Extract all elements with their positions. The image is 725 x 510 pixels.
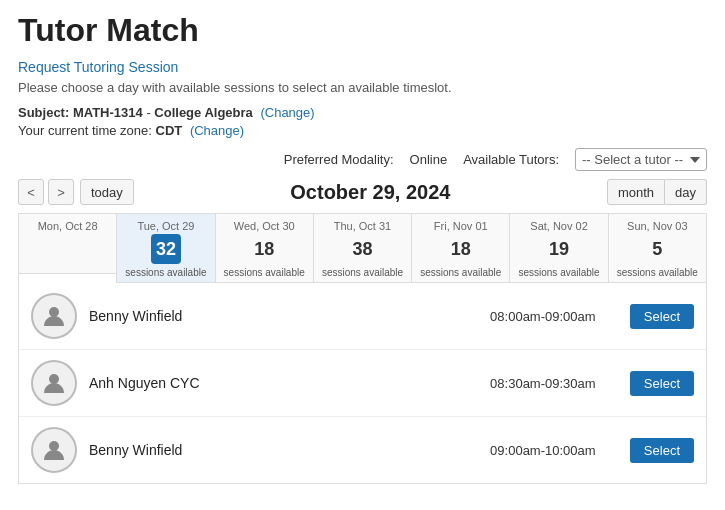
calendar-day-col[interactable]: Wed, Oct 3018sessions available [216,214,314,283]
calendar-day-col[interactable]: Sun, Nov 035sessions available [609,214,706,283]
tutor-name: Anh Nguyen CYC [89,375,456,391]
tutor-name: Benny Winfield [89,442,456,458]
day-name: Wed, Oct 30 [220,220,309,232]
calendar-day-col[interactable]: Tue, Oct 2932sessions available [117,214,215,283]
svg-point-2 [49,441,59,451]
day-view-button[interactable]: day [665,179,707,205]
tutors-label: Available Tutors: [463,152,559,167]
day-number-badge: 19 [544,234,574,264]
calendar-day-col[interactable]: Thu, Oct 3138sessions available [314,214,412,283]
sessions-list: Benny Winfield08:00am-09:00amSelect Anh … [18,283,707,484]
subject-name: College Algebra [154,105,252,120]
day-number-badge: 18 [249,234,279,264]
avatar [31,360,77,406]
calendar-date-title: October 29, 2024 [134,181,607,204]
day-name: Mon, Oct 28 [23,220,112,232]
calendar-day-col[interactable]: Fri, Nov 0118sessions available [412,214,510,283]
view-buttons: month day [607,179,707,205]
modality-value: Online [410,152,448,167]
sessions-available-label: sessions available [514,267,603,278]
subtitle: Please choose a day with available sessi… [18,80,707,95]
timezone-label: Your current time zone: [18,123,152,138]
modality-label: Preferred Modality: [284,152,394,167]
change-timezone-link[interactable]: (Change) [190,123,244,138]
tutor-name: Benny Winfield [89,308,456,324]
calendar-week: Mon, Oct 28Tue, Oct 2932sessions availab… [18,213,707,283]
day-number-badge: 32 [151,234,181,264]
calendar-day-col[interactable]: Sat, Nov 0219sessions available [510,214,608,283]
session-row: Benny Winfield09:00am-10:00amSelect [19,417,706,483]
sessions-available-label: sessions available [318,267,407,278]
sessions-available-label: sessions available [416,267,505,278]
calendar-nav-row: < > today October 29, 2024 month day [18,179,707,205]
avatar [31,427,77,473]
today-button[interactable]: today [80,179,134,205]
timezone-value: CDT [156,123,183,138]
day-name: Sat, Nov 02 [514,220,603,232]
day-number-badge: 18 [446,234,476,264]
subject-label: Subject: [18,105,69,120]
day-name: Tue, Oct 29 [121,220,210,232]
session-row: Benny Winfield08:00am-09:00amSelect [19,283,706,350]
timezone-line: Your current time zone: CDT (Change) [18,123,707,138]
avatar [31,293,77,339]
tutor-select[interactable]: -- Select a tutor -- [575,148,707,171]
subject-code: MATH-1314 [73,105,143,120]
subject-line: Subject: MATH-1314 - College Algebra (Ch… [18,105,707,120]
app-title: Tutor Match [18,12,707,49]
session-time: 08:00am-09:00am [468,309,618,324]
next-button[interactable]: > [48,179,74,205]
sessions-available-label: sessions available [613,267,702,278]
day-name: Thu, Oct 31 [318,220,407,232]
svg-point-1 [49,374,59,384]
session-row: Anh Nguyen CYC08:30am-09:30amSelect [19,350,706,417]
month-view-button[interactable]: month [607,179,665,205]
prev-button[interactable]: < [18,179,44,205]
session-time: 08:30am-09:30am [468,376,618,391]
day-number-badge: 38 [347,234,377,264]
section-title: Request Tutoring Session [18,59,707,75]
select-session-button[interactable]: Select [630,304,694,329]
select-session-button[interactable]: Select [630,371,694,396]
sessions-available-label: sessions available [220,267,309,278]
day-name: Sun, Nov 03 [613,220,702,232]
change-subject-link[interactable]: (Change) [260,105,314,120]
day-number-badge: 5 [642,234,672,264]
modality-row: Preferred Modality: Online Available Tut… [18,148,707,171]
sessions-available-label: sessions available [121,267,210,278]
calendar-day-col[interactable]: Mon, Oct 28 [19,214,117,283]
day-number-badge [53,234,83,264]
session-time: 09:00am-10:00am [468,443,618,458]
day-name: Fri, Nov 01 [416,220,505,232]
svg-point-0 [49,307,59,317]
select-session-button[interactable]: Select [630,438,694,463]
